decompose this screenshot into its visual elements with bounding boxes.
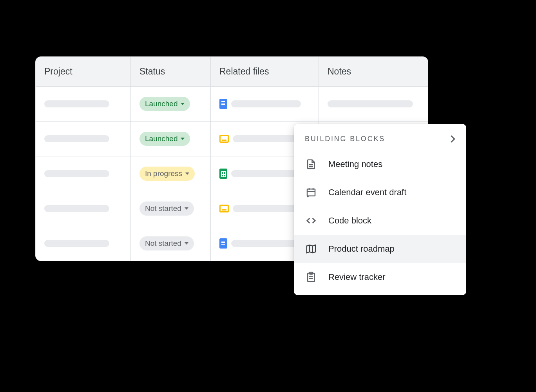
cell-status[interactable]: Not started: [131, 191, 211, 226]
menu-item-label: Meeting notes: [328, 159, 382, 169]
menu-item-label: Review tracker: [328, 272, 385, 282]
clipboard-icon: [305, 271, 317, 283]
status-chip-label: Not started: [145, 239, 181, 248]
status-chip-label: In progress: [145, 169, 182, 178]
cell-project[interactable]: [36, 122, 131, 156]
status-chip[interactable]: In progress: [139, 167, 195, 181]
docs-file-icon: [219, 99, 227, 109]
popover-title: BUILDING BLOCKS: [305, 135, 385, 143]
code-icon: [305, 214, 317, 227]
col-header-related-files: Related files: [211, 57, 319, 86]
menu-item-label: Product roadmap: [328, 244, 395, 254]
placeholder-text: [44, 240, 109, 247]
placeholder-text: [44, 135, 109, 142]
placeholder-text: [44, 205, 109, 212]
menu-item-code-block[interactable]: Code block: [294, 207, 466, 235]
menu-item-calendar-event-draft[interactable]: Calendar event draft: [294, 178, 466, 207]
menu-item-review-tracker[interactable]: Review tracker: [294, 263, 466, 291]
docs-file-icon: [219, 238, 227, 249]
cell-project[interactable]: [36, 156, 131, 191]
status-chip-label: Not started: [145, 204, 181, 213]
cell-status[interactable]: Not started: [131, 226, 211, 261]
status-chip[interactable]: Launched: [139, 132, 190, 146]
placeholder-text: [233, 135, 302, 142]
placeholder-text: [231, 170, 301, 177]
chevron-down-icon: [185, 172, 189, 175]
file-icon: [305, 158, 317, 171]
status-chip[interactable]: Not started: [139, 201, 194, 216]
table-header-row: Project Status Related files Notes: [36, 57, 428, 86]
sheets-file-icon: [219, 169, 227, 179]
slides-file-icon: [219, 135, 229, 143]
calendar-icon: [305, 186, 317, 199]
menu-item-label: Calendar event draft: [328, 187, 406, 198]
placeholder-text: [44, 170, 109, 177]
status-chip-label: Launched: [145, 100, 177, 108]
table-row: Launched: [36, 86, 428, 121]
cell-project[interactable]: [36, 226, 131, 261]
chevron-down-icon: [181, 103, 185, 105]
cell-project[interactable]: [36, 191, 131, 226]
status-chip-label: Launched: [145, 134, 177, 143]
building-blocks-popover: BUILDING BLOCKS Meeting notes Calendar e…: [294, 124, 466, 295]
chevron-down-icon: [181, 138, 185, 140]
popover-header[interactable]: BUILDING BLOCKS: [294, 129, 466, 150]
cell-notes[interactable]: [319, 87, 428, 121]
cell-status[interactable]: In progress: [131, 156, 211, 191]
status-chip[interactable]: Not started: [139, 236, 194, 250]
cell-related-files[interactable]: [211, 87, 319, 121]
slides-file-icon: [219, 205, 229, 212]
placeholder-text: [44, 100, 109, 107]
placeholder-text: [231, 240, 301, 247]
cell-status[interactable]: Launched: [131, 122, 211, 156]
chevron-right-icon: [447, 135, 455, 143]
chevron-down-icon: [185, 242, 188, 245]
col-header-notes: Notes: [319, 57, 428, 86]
status-chip[interactable]: Launched: [139, 97, 190, 111]
menu-item-meeting-notes[interactable]: Meeting notes: [294, 150, 466, 178]
placeholder-text: [231, 100, 301, 107]
cell-status[interactable]: Launched: [131, 87, 211, 121]
col-header-status: Status: [131, 57, 211, 86]
menu-item-label: Code block: [328, 216, 371, 226]
placeholder-text: [328, 100, 413, 107]
map-icon: [305, 243, 317, 255]
placeholder-text: [233, 205, 302, 212]
chevron-down-icon: [185, 207, 188, 210]
menu-item-product-roadmap[interactable]: Product roadmap: [294, 235, 466, 263]
col-header-project: Project: [36, 57, 131, 86]
cell-project[interactable]: [36, 87, 131, 121]
svg-rect-0: [307, 189, 315, 196]
